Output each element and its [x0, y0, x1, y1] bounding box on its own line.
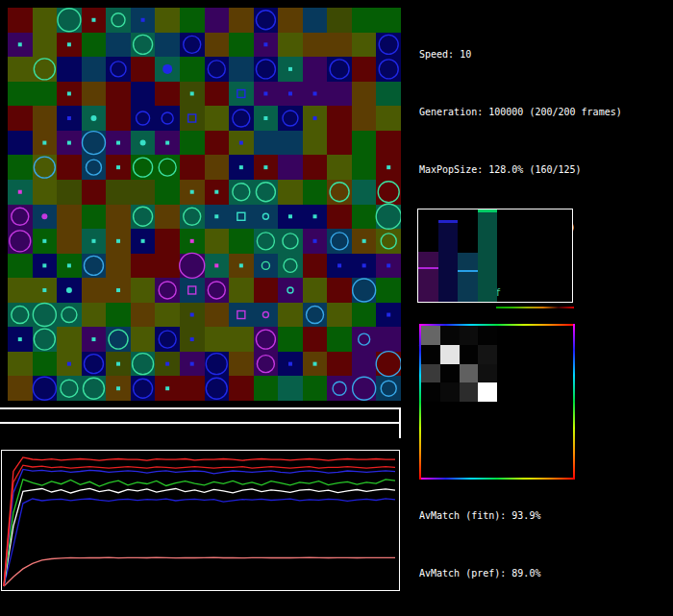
organism [18, 337, 22, 341]
heatmap-border-bottom [419, 478, 575, 480]
heatmap-cell [440, 440, 460, 459]
organism [287, 287, 293, 293]
organism [165, 362, 169, 366]
heatmap-border-left [419, 324, 421, 480]
organism [165, 141, 169, 145]
heatmap-cell [497, 421, 516, 440]
organism [208, 61, 225, 78]
organism [257, 356, 274, 373]
heatmap-cell [497, 382, 516, 402]
timeline-end-tick [399, 407, 401, 438]
organism [190, 362, 194, 366]
organism [116, 239, 120, 243]
stat-line-generation: Generation: 100000 (200/200 frames) [419, 103, 622, 122]
organism [83, 378, 104, 399]
organism [109, 330, 128, 349]
organism [263, 91, 267, 95]
heatmap-cell [440, 382, 460, 402]
heatmap-cell [478, 458, 497, 478]
organism [313, 214, 317, 218]
heatmap-cells [421, 326, 573, 478]
organism [159, 331, 176, 348]
heatmap-cell [536, 382, 555, 402]
heatmap-cell [421, 364, 440, 383]
organism [376, 204, 401, 229]
heatmap-cell [536, 458, 555, 478]
organism [112, 13, 125, 27]
organism [190, 337, 194, 341]
organism [137, 111, 150, 125]
heatmap-cell [421, 440, 440, 459]
organism [33, 377, 56, 400]
organism [34, 157, 55, 178]
app-window: { "window": {"background": "#000000"}, "… [0, 0, 673, 616]
organism [208, 282, 225, 299]
organism [288, 214, 292, 218]
heatmap-cell [460, 402, 479, 421]
heatmap-cell [460, 326, 479, 345]
organism [116, 165, 120, 169]
heatmap-cell [516, 364, 536, 383]
organism [188, 114, 196, 122]
population-bar-chart: m f [417, 209, 573, 303]
heatmap-cell [478, 345, 497, 364]
organism [313, 91, 317, 95]
heatmap-cell [460, 458, 479, 478]
heatmap-cell [554, 440, 573, 459]
organisms-layer [8, 8, 401, 401]
bar-cap [438, 220, 459, 223]
organism [256, 330, 275, 349]
organism [239, 165, 243, 169]
organism [82, 132, 105, 155]
organism [378, 182, 399, 203]
heatmap-cell [478, 364, 497, 383]
organism [134, 35, 153, 54]
heatmap-cell [516, 402, 536, 421]
organism [140, 140, 146, 146]
heatmap-cell [440, 345, 460, 364]
stat-line-avmatch-pref: AvMatch (pref): 89.0% [419, 564, 622, 583]
organism [134, 158, 153, 177]
organism [134, 379, 153, 398]
organism [42, 288, 46, 292]
bar-cap [478, 209, 498, 212]
organism [34, 329, 55, 350]
organism [333, 382, 346, 395]
organism [288, 67, 292, 71]
history-trend-chart [1, 450, 400, 591]
organism [116, 386, 120, 390]
organism [134, 207, 153, 226]
bar [418, 252, 438, 302]
organism [12, 208, 29, 225]
heatmap-cell [536, 402, 555, 421]
organism [379, 35, 398, 54]
heatmap-cell [478, 440, 497, 459]
trend-line-pink [4, 557, 395, 586]
organism [84, 355, 103, 374]
heatmap-cell [421, 421, 440, 440]
organism [184, 208, 201, 225]
organism [353, 377, 376, 400]
organism [190, 313, 194, 317]
organism [237, 89, 245, 97]
organism [262, 312, 268, 318]
organism [90, 115, 96, 121]
organism [330, 60, 349, 79]
organism [10, 231, 31, 252]
organism [67, 141, 71, 145]
organism [362, 239, 366, 243]
organism [67, 362, 71, 366]
organism [159, 159, 176, 176]
heatmap-cell [516, 421, 536, 440]
organism [141, 239, 145, 243]
organism [116, 362, 120, 366]
trend-lines [2, 451, 397, 588]
heatmap-cell [554, 364, 573, 383]
heatmap-cell [421, 326, 440, 345]
heatmap-cell [554, 402, 573, 421]
organism [133, 354, 154, 375]
organism [386, 313, 390, 317]
organism [256, 60, 275, 79]
heatmap-cell [536, 364, 555, 383]
heatmap-cell [478, 326, 497, 345]
